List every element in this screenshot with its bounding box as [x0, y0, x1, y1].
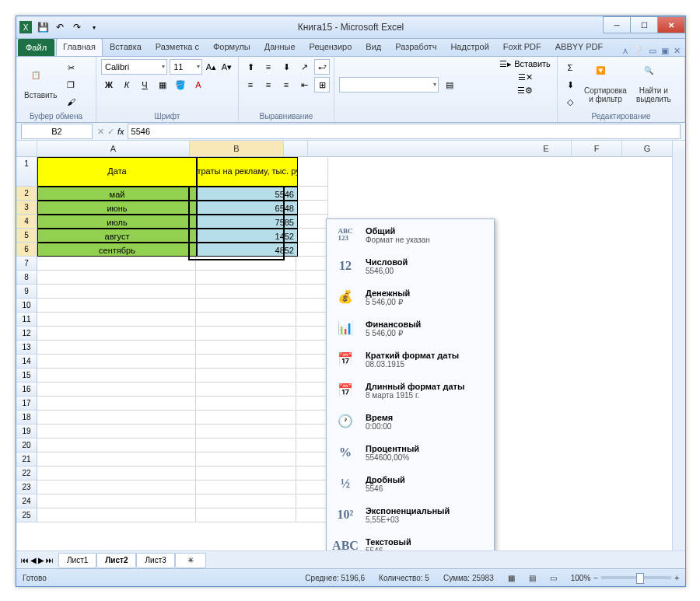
- shrink-font-button[interactable]: A▾: [220, 59, 233, 75]
- col-header-e[interactable]: E: [521, 141, 572, 156]
- maximize-button[interactable]: ☐: [630, 16, 658, 33]
- view-layout-icon[interactable]: ▤: [529, 574, 536, 582]
- tab-review[interactable]: Рецензиро: [303, 38, 359, 56]
- cancel-fx-icon[interactable]: ✕: [97, 127, 104, 137]
- row-header-7[interactable]: 7: [16, 257, 37, 271]
- zoom-out-button[interactable]: −: [593, 574, 598, 582]
- formula-input[interactable]: 5546: [128, 124, 681, 139]
- merge-button[interactable]: ⊞: [314, 77, 330, 93]
- cell-a6[interactable]: сентябрь: [37, 243, 197, 257]
- fx-icon[interactable]: fx: [117, 127, 124, 136]
- clear-button[interactable]: ◇: [562, 94, 578, 110]
- doc-close-icon[interactable]: ✕: [674, 46, 681, 56]
- font-color-button[interactable]: A: [191, 77, 206, 93]
- cell-a1[interactable]: Дата: [37, 157, 197, 187]
- row-header-9[interactable]: 9: [16, 285, 37, 299]
- underline-button[interactable]: Ч: [137, 77, 152, 93]
- grow-font-button[interactable]: A▴: [205, 59, 218, 75]
- worksheet[interactable]: A B E F G 1 Дата Затраты на рекламу, тыс…: [16, 141, 685, 550]
- cell-b4[interactable]: 7585: [197, 215, 298, 229]
- row-header-6[interactable]: 6: [16, 243, 37, 257]
- autosum-button[interactable]: Σ: [562, 60, 578, 75]
- row-header-19[interactable]: 19: [16, 425, 37, 439]
- format-option-3[interactable]: 📊 Финансовый 5 546,00 ₽: [327, 313, 494, 344]
- row-header-4[interactable]: 4: [16, 215, 37, 229]
- redo-icon[interactable]: ↷: [71, 21, 83, 33]
- indent-dec-button[interactable]: ⇤: [296, 77, 312, 93]
- column-headers[interactable]: A B E F G: [16, 141, 685, 157]
- row-header-20[interactable]: 20: [16, 439, 37, 452]
- col-header-f[interactable]: F: [572, 141, 622, 156]
- format-option-4[interactable]: 📅 Краткий формат даты 08.03.1915: [327, 344, 494, 375]
- name-box[interactable]: B2: [21, 124, 93, 139]
- row-header-1[interactable]: 1: [16, 157, 37, 187]
- row-header-25[interactable]: 25: [16, 508, 37, 522]
- cell-a3[interactable]: июнь: [37, 201, 197, 215]
- undo-icon[interactable]: ↶: [54, 21, 66, 33]
- row-header-5[interactable]: 5: [16, 229, 37, 243]
- conditional-format-button[interactable]: ▤: [442, 77, 457, 93]
- row-header-14[interactable]: 14: [16, 355, 37, 369]
- vertical-scrollbar[interactable]: [672, 156, 685, 550]
- sheet-nav-next[interactable]: ▶: [38, 556, 44, 564]
- cut-button[interactable]: ✂: [63, 60, 79, 75]
- sheet-nav-prev[interactable]: ◀: [30, 556, 37, 564]
- accept-fx-icon[interactable]: ✓: [107, 127, 114, 137]
- sheet-tab-1[interactable]: Лист1: [58, 553, 96, 568]
- align-center-button[interactable]: ≡: [261, 77, 276, 93]
- number-format-combo[interactable]: [339, 77, 439, 93]
- align-middle-button[interactable]: ≡: [261, 59, 276, 75]
- tab-foxit[interactable]: Foxit PDF: [496, 38, 548, 56]
- row-header-17[interactable]: 17: [16, 397, 37, 411]
- cell-b6[interactable]: 4852: [197, 243, 298, 257]
- fill-color-button[interactable]: 🪣: [173, 77, 188, 93]
- format-painter-button[interactable]: 🖌: [63, 94, 79, 110]
- tab-view[interactable]: Вид: [359, 38, 388, 56]
- format-option-2[interactable]: 💰 Денежный 5 546,00 ₽: [327, 281, 494, 313]
- col-header-a[interactable]: A: [37, 141, 190, 156]
- tab-insert[interactable]: Вставка: [103, 38, 149, 56]
- copy-button[interactable]: ❐: [63, 77, 79, 93]
- format-option-7[interactable]: % Процентный 554600,00%: [327, 437, 494, 468]
- tab-developer[interactable]: Разработч: [388, 38, 443, 56]
- tab-data[interactable]: Данные: [257, 38, 303, 56]
- row-header-22[interactable]: 22: [16, 466, 37, 480]
- align-top-button[interactable]: ⬆: [243, 59, 258, 75]
- row-header-13[interactable]: 13: [16, 341, 37, 355]
- font-name-combo[interactable]: Calibri: [101, 59, 167, 75]
- row-header-11[interactable]: 11: [16, 313, 37, 327]
- select-all-corner[interactable]: [16, 141, 37, 156]
- cell-b3[interactable]: 6548: [197, 201, 298, 215]
- row-header-10[interactable]: 10: [16, 299, 37, 313]
- doc-restore-icon[interactable]: ▣: [661, 46, 669, 56]
- col-header-c[interactable]: [284, 141, 308, 156]
- view-normal-icon[interactable]: ▦: [508, 574, 515, 582]
- zoom-slider[interactable]: [601, 576, 671, 579]
- font-size-combo[interactable]: 11: [170, 59, 202, 75]
- align-right-button[interactable]: ≡: [278, 77, 294, 93]
- row-header-24[interactable]: 24: [16, 494, 37, 508]
- sheet-tab-2[interactable]: Лист2: [96, 553, 136, 568]
- row-header-18[interactable]: 18: [16, 411, 37, 425]
- cells-delete-button[interactable]: ☰✕: [518, 72, 533, 82]
- tab-addins[interactable]: Надстрой: [443, 38, 495, 56]
- tab-abbyy[interactable]: ABBYY PDF: [548, 38, 611, 56]
- ribbon-minimize-icon[interactable]: ⋏: [622, 46, 628, 56]
- sheet-tab-3[interactable]: Лист3: [136, 553, 174, 568]
- fill-button[interactable]: ⬇: [562, 77, 578, 93]
- sheet-nav-last[interactable]: ⏭: [46, 556, 54, 564]
- format-option-5[interactable]: 📅 Длинный формат даты 8 марта 1915 г.: [327, 375, 494, 406]
- close-button[interactable]: ✕: [657, 16, 685, 33]
- align-left-button[interactable]: ≡: [243, 77, 258, 93]
- format-option-10[interactable]: ABC Текстовый 5546: [327, 530, 494, 550]
- tab-home[interactable]: Главная: [56, 38, 103, 56]
- col-header-g[interactable]: G: [622, 141, 673, 156]
- sort-filter-button[interactable]: 🔽 Сортировка и фильтр: [581, 65, 630, 105]
- format-option-6[interactable]: 🕐 Время 0:00:00: [327, 406, 494, 437]
- save-icon[interactable]: 💾: [37, 21, 49, 33]
- align-bottom-button[interactable]: ⬇: [278, 59, 294, 75]
- format-option-9[interactable]: 10² Экспоненциальный 5,55E+03: [327, 499, 494, 530]
- paste-button[interactable]: 📋 Вставить: [21, 69, 60, 101]
- row-header-3[interactable]: 3: [16, 201, 37, 215]
- cell-a4[interactable]: июль: [37, 215, 197, 229]
